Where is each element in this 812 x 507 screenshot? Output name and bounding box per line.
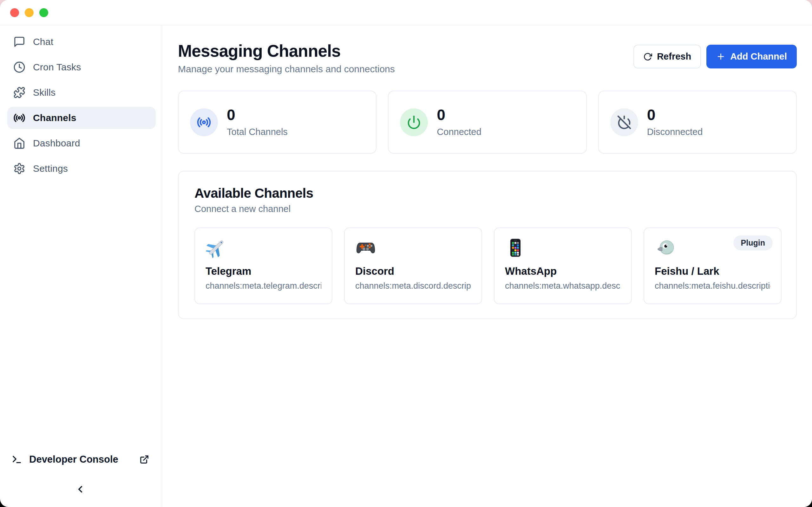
sidebar-item-label: Dashboard bbox=[33, 138, 80, 149]
plugin-badge: Plugin bbox=[733, 235, 773, 250]
sidebar-item-skills[interactable]: Skills bbox=[7, 81, 156, 104]
app-window: Chat Cron Tasks Skills bbox=[0, 0, 812, 507]
header-actions: Refresh Add Channel bbox=[633, 45, 797, 68]
refresh-icon bbox=[643, 52, 652, 61]
home-icon bbox=[13, 137, 26, 150]
available-channels-subtitle: Connect a new channel bbox=[194, 204, 781, 214]
add-channel-button[interactable]: Add Channel bbox=[706, 45, 797, 68]
stat-value: 0 bbox=[227, 107, 288, 123]
channel-name: Telegram bbox=[206, 265, 321, 277]
developer-console-button[interactable]: Developer Console bbox=[11, 450, 149, 469]
titlebar bbox=[0, 0, 812, 25]
clock-icon bbox=[13, 61, 26, 73]
sidebar-item-channels[interactable]: Channels bbox=[7, 107, 156, 129]
power-off-icon bbox=[610, 108, 638, 136]
stat-card-connected: 0 Connected bbox=[388, 91, 587, 154]
channel-description: channels:meta.feishu.description bbox=[655, 281, 770, 291]
sidebar-item-chat[interactable]: Chat bbox=[7, 31, 156, 53]
sidebar-item-label: Settings bbox=[33, 163, 68, 174]
minimize-button[interactable] bbox=[25, 8, 34, 17]
plus-icon bbox=[716, 52, 725, 61]
airplane-emoji-icon bbox=[206, 237, 226, 258]
sidebar-item-label: Skills bbox=[33, 87, 55, 98]
channel-card-discord[interactable]: Discord channels:meta.discord.descriptio bbox=[344, 228, 482, 304]
stat-card-total-channels: 0 Total Channels bbox=[178, 91, 376, 154]
page-header: Messaging Channels Manage your messaging… bbox=[178, 42, 797, 74]
sidebar-footer: Developer Console bbox=[11, 450, 149, 499]
close-button[interactable] bbox=[10, 8, 19, 17]
external-link-icon[interactable] bbox=[140, 455, 149, 464]
gear-icon bbox=[13, 162, 26, 175]
page-title: Messaging Channels bbox=[178, 42, 395, 60]
gamepad-emoji-icon bbox=[355, 237, 376, 258]
channel-description: channels:meta.telegram.descript bbox=[206, 281, 321, 291]
terminal-icon bbox=[11, 454, 22, 465]
chevron-left-icon bbox=[75, 484, 86, 495]
zoom-button[interactable] bbox=[39, 8, 48, 17]
channel-card-feishu-lark[interactable]: Plugin Feishu / Lark bbox=[644, 228, 781, 304]
channel-name: Discord bbox=[355, 265, 471, 277]
sidebar-item-dashboard[interactable]: Dashboard bbox=[7, 132, 156, 154]
sidebar-item-label: Channels bbox=[33, 112, 77, 123]
available-channels-section: Available Channels Connect a new channel bbox=[178, 171, 797, 319]
sidebar-nav: Chat Cron Tasks Skills bbox=[7, 31, 156, 180]
traffic-lights bbox=[10, 8, 48, 17]
refresh-button[interactable]: Refresh bbox=[633, 45, 701, 68]
stat-label: Disconnected bbox=[647, 127, 703, 137]
channel-name: WhatsApp bbox=[505, 265, 621, 277]
add-channel-label: Add Channel bbox=[730, 51, 787, 62]
refresh-label: Refresh bbox=[657, 51, 691, 62]
channel-card-whatsapp[interactable]: WhatsApp channels:meta.whatsapp.descrip bbox=[494, 228, 632, 304]
bird-emoji-icon bbox=[655, 237, 676, 258]
chat-bubble-icon bbox=[13, 36, 26, 48]
phone-emoji-icon bbox=[505, 237, 526, 258]
stat-label: Connected bbox=[437, 127, 481, 137]
available-channels-title: Available Channels bbox=[194, 186, 781, 201]
radio-icon bbox=[190, 108, 218, 136]
sidebar-item-label: Cron Tasks bbox=[33, 62, 81, 72]
channel-grid: Telegram channels:meta.telegram.descript bbox=[194, 228, 781, 304]
channel-name: Feishu / Lark bbox=[655, 265, 770, 277]
power-icon bbox=[400, 108, 428, 136]
developer-console-label: Developer Console bbox=[29, 454, 118, 465]
stat-card-disconnected: 0 Disconnected bbox=[598, 91, 797, 154]
stat-value: 0 bbox=[647, 107, 703, 123]
main-content: Messaging Channels Manage your messaging… bbox=[162, 25, 812, 507]
channel-description: channels:meta.whatsapp.descrip bbox=[505, 281, 621, 291]
channel-card-telegram[interactable]: Telegram channels:meta.telegram.descript bbox=[194, 228, 333, 304]
stat-value: 0 bbox=[437, 107, 481, 123]
radio-icon bbox=[13, 112, 26, 124]
sidebar-item-label: Chat bbox=[33, 37, 53, 47]
page-subtitle: Manage your messaging channels and conne… bbox=[178, 64, 395, 74]
sidebar: Chat Cron Tasks Skills bbox=[0, 25, 162, 507]
stats-row: 0 Total Channels 0 Connected bbox=[178, 91, 797, 154]
collapse-sidebar-button[interactable] bbox=[71, 480, 90, 499]
sidebar-item-cron-tasks[interactable]: Cron Tasks bbox=[7, 56, 156, 78]
puzzle-icon bbox=[13, 86, 26, 99]
channel-description: channels:meta.discord.descriptio bbox=[355, 281, 471, 291]
sidebar-item-settings[interactable]: Settings bbox=[7, 158, 156, 180]
stat-label: Total Channels bbox=[227, 127, 288, 137]
